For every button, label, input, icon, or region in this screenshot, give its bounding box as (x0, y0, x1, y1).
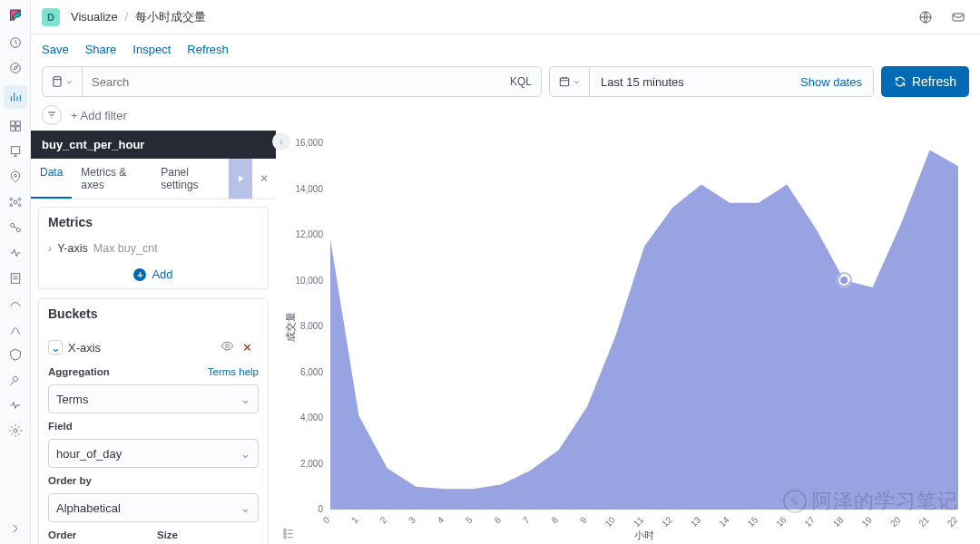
rail-settings-icon[interactable] (7, 423, 24, 439)
tab-metrics-axes[interactable]: Metrics & axes (72, 159, 152, 199)
inspect-link[interactable]: Inspect (132, 43, 171, 56)
add-filter-button[interactable]: + Add filter (71, 109, 127, 122)
apply-button[interactable] (229, 159, 252, 199)
svg-text:22: 22 (946, 514, 960, 529)
remove-bucket-icon[interactable]: ✕ (242, 341, 259, 355)
rail-uptime-icon[interactable] (7, 296, 24, 312)
saved-queries-button[interactable] (43, 67, 83, 96)
svg-text:12,000: 12,000 (295, 229, 323, 239)
orderby-select[interactable]: Alphabetical⌄ (48, 493, 259, 522)
rail-tools-icon[interactable] (7, 372, 24, 388)
topbar: D Visualize / 每小时成交量 (31, 0, 980, 34)
filter-options-icon[interactable] (42, 105, 62, 125)
save-link[interactable]: Save (42, 43, 69, 56)
kibana-logo-icon[interactable] (5, 5, 25, 25)
chevron-down-icon[interactable]: ⌄ (48, 340, 63, 355)
svg-text:小时: 小时 (634, 529, 654, 540)
svg-text:成交量: 成交量 (285, 312, 296, 342)
svg-text:4,000: 4,000 (300, 413, 323, 423)
query-bar: KQL Last 15 minutes Show dates Refresh (31, 63, 980, 100)
tab-panel-settings[interactable]: Panel settings (152, 159, 229, 199)
rail-apm-icon[interactable] (7, 245, 24, 261)
svg-text:6,000: 6,000 (300, 367, 323, 377)
svg-text:10: 10 (603, 514, 617, 529)
field-select[interactable]: hour_of_day⌄ (48, 439, 259, 468)
svg-text:14: 14 (717, 514, 731, 529)
rail-graph-icon[interactable] (7, 219, 24, 236)
kql-toggle[interactable]: KQL (501, 75, 541, 88)
search-input[interactable] (83, 75, 501, 89)
svg-text:19: 19 (859, 514, 874, 529)
toggle-visibility-icon[interactable] (220, 339, 237, 355)
chevron-right-icon: › (48, 242, 52, 255)
discard-button[interactable]: ✕ (252, 159, 276, 199)
rail-maps-icon[interactable] (7, 169, 24, 185)
rail-siem-icon[interactable] (7, 346, 24, 363)
area-chart[interactable]: 02,0004,0006,0008,00010,00012,00014,0001… (279, 138, 967, 540)
svg-point-8 (14, 200, 17, 204)
nav-rail (0, 0, 31, 544)
legend-toggle-icon[interactable] (281, 526, 298, 542)
svg-text:8: 8 (549, 514, 560, 525)
orderby-label: Order by (48, 475, 259, 486)
quick-select-button[interactable] (550, 67, 590, 96)
editor-panel: buy_cnt_per_hour Data Metrics & axes Pan… (31, 131, 276, 544)
watermark: ✎阿泽的学习笔记 (783, 488, 958, 515)
svg-text:9: 9 (578, 514, 589, 525)
svg-text:10,000: 10,000 (295, 276, 323, 286)
buckets-card: Buckets ⌄ X-axis ✕ AggregationTerms help… (38, 298, 269, 544)
svg-rect-4 (10, 127, 15, 131)
svg-rect-2 (10, 121, 15, 126)
svg-text:20: 20 (888, 514, 903, 529)
mail-icon[interactable] (947, 6, 969, 28)
metric-agg: Max buy_cnt (93, 242, 158, 255)
svg-rect-18 (953, 14, 964, 21)
rail-monitor-icon[interactable] (7, 397, 24, 413)
refresh-link[interactable]: Refresh (187, 43, 229, 56)
rail-recent-icon[interactable] (7, 34, 24, 51)
svg-text:14,000: 14,000 (295, 184, 323, 194)
field-label: Field (48, 421, 259, 432)
metric-row[interactable]: › Y-axis Max buy_cnt (39, 237, 268, 260)
rail-metrics-icon[interactable] (7, 321, 24, 337)
svg-rect-19 (54, 77, 61, 87)
show-dates-link[interactable]: Show dates (789, 75, 873, 89)
svg-text:0: 0 (318, 504, 323, 514)
svg-point-9 (10, 198, 13, 200)
buckets-heading: Buckets (39, 299, 268, 328)
refresh-button[interactable]: Refresh (881, 66, 969, 97)
svg-text:4: 4 (436, 514, 446, 525)
rail-dashboard-icon[interactable] (7, 118, 24, 134)
tab-data[interactable]: Data (31, 159, 72, 199)
svg-point-58 (284, 529, 287, 531)
svg-point-59 (284, 532, 287, 535)
breadcrumb-app[interactable]: Visualize (71, 10, 118, 24)
metric-label: Y-axis (57, 242, 88, 255)
order-label: Order (48, 529, 150, 540)
date-range[interactable]: Last 15 minutes (590, 75, 789, 89)
svg-text:15: 15 (746, 514, 760, 529)
action-bar: Save Share Inspect Refresh (31, 34, 980, 63)
refresh-button-label: Refresh (912, 74, 956, 89)
terms-help-link[interactable]: Terms help (208, 366, 259, 377)
rail-collapse-icon[interactable] (7, 520, 24, 537)
space-badge[interactable]: D (42, 8, 60, 26)
rail-discover-icon[interactable] (7, 60, 24, 76)
rail-visualize-icon[interactable] (4, 85, 27, 109)
svg-point-21 (226, 345, 230, 348)
share-link[interactable]: Share (85, 43, 117, 56)
svg-text:11: 11 (632, 514, 646, 529)
svg-text:2: 2 (378, 514, 389, 525)
svg-text:0: 0 (321, 514, 332, 525)
rail-ml-icon[interactable] (7, 194, 24, 210)
aggregation-select[interactable]: Terms⌄ (48, 384, 259, 413)
filter-bar: + Add filter (31, 100, 980, 131)
svg-point-1 (10, 63, 20, 73)
add-metric-button[interactable]: +Add (39, 260, 268, 288)
panel-title: buy_cnt_per_hour (31, 131, 276, 159)
svg-rect-5 (15, 127, 20, 131)
rail-logs-icon[interactable] (7, 270, 24, 287)
svg-rect-15 (11, 274, 19, 284)
newsfeed-icon[interactable] (915, 6, 936, 28)
rail-canvas-icon[interactable] (7, 143, 24, 160)
